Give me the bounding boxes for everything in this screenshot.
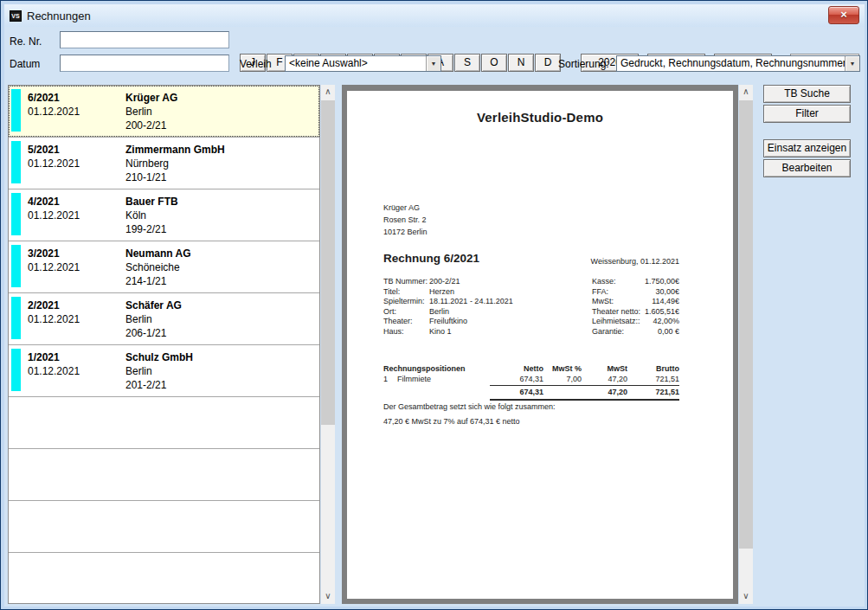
- detail-row: Ort:Berlin: [383, 307, 588, 318]
- tb-suche-button[interactable]: TB Suche: [763, 85, 851, 103]
- customer-name: Schäfer AG: [125, 299, 182, 311]
- status-marker: [11, 89, 21, 132]
- tb-number: 200-2/21: [125, 119, 166, 132]
- close-button[interactable]: ×: [828, 6, 859, 24]
- detail-row: FFA:30,00€: [592, 287, 679, 298]
- position-text: Filmmiete: [397, 375, 490, 385]
- invoice-list-item[interactable]: 1/202101.12.2021Schulz GmbHBerlin201-2/2…: [9, 345, 319, 397]
- total-value: 721,51: [627, 388, 679, 398]
- status-marker: [11, 297, 21, 339]
- app-icon: VS: [10, 10, 22, 22]
- total-value: 47,20: [582, 388, 627, 398]
- status-marker: [11, 349, 21, 391]
- list-scrollbar-thumb[interactable]: [321, 100, 335, 425]
- chevron-down-icon[interactable]: ▼: [426, 56, 440, 71]
- summary-line-2: 47,20 € MwSt zu 7% auf 674,31 € netto: [383, 417, 520, 426]
- details-left-column: TB Nummer:200-2/21Titel:HerzenSpieltermi…: [383, 277, 588, 337]
- detail-value: 200-2/21: [429, 277, 460, 286]
- scroll-down-icon[interactable]: ∨: [739, 589, 753, 604]
- scroll-down-icon[interactable]: ∨: [321, 589, 335, 604]
- detail-row: Spieltermin:18.11.2021 - 24.11.2021: [383, 297, 588, 307]
- positions-column-header: Netto: [490, 364, 543, 375]
- invoice-list-item[interactable]: 2/202101.12.2021Schäfer AGBerlin206-1/21: [9, 293, 319, 345]
- empty-list-row[interactable]: [9, 397, 319, 449]
- detail-value: 1.750,00€: [645, 277, 679, 286]
- empty-list-row[interactable]: [9, 553, 319, 604]
- invoice-list-item[interactable]: 6/202101.12.2021Krüger AGBerlin200-2/21: [9, 86, 319, 138]
- tb-number: 206-1/21: [125, 327, 166, 339]
- tb-number: 210-1/21: [125, 171, 166, 183]
- customer-name: Bauer FTB: [125, 196, 178, 208]
- list-scrollbar[interactable]: ∧ ∨: [321, 85, 335, 604]
- invoice-number: 2/2021: [28, 299, 60, 311]
- detail-value: 42,00%: [653, 317, 679, 325]
- customer-name: Krüger AG: [125, 92, 177, 104]
- total-value: [543, 388, 582, 398]
- detail-label: TB Nummer:: [383, 277, 429, 286]
- preview-scrollbar-thumb[interactable]: [739, 100, 753, 549]
- content-area: Re. Nr. Datum JFMAMJJASOND 202020212022 …: [4, 27, 865, 607]
- datum-input[interactable]: [60, 55, 229, 72]
- re-nr-input[interactable]: [60, 31, 229, 48]
- invoice-preview-pane: VerleihStudio-Demo Krüger AGRosen Str. 2…: [342, 85, 738, 604]
- month-button-10[interactable]: N: [508, 54, 534, 72]
- invoice-list-item[interactable]: 5/202101.12.2021Zimmermann GmbHNürnberg2…: [9, 138, 319, 189]
- month-button-9[interactable]: O: [481, 54, 507, 72]
- filter-button[interactable]: Filter: [763, 105, 851, 123]
- month-button-8[interactable]: S: [454, 54, 480, 72]
- chevron-down-icon[interactable]: ▼: [845, 56, 859, 71]
- preview-scrollbar[interactable]: ∧ ∨: [739, 85, 753, 604]
- einsatz-anzeigen-button[interactable]: Einsatz anzeigen: [763, 139, 851, 157]
- address-block: Krüger AGRosen Str. 210172 Berlin: [383, 202, 428, 238]
- empty-list-row[interactable]: [9, 501, 319, 553]
- invoice-list-item[interactable]: 4/202101.12.2021Bauer FTBKöln199-2/21: [9, 189, 319, 241]
- scroll-up-icon[interactable]: ∧: [321, 85, 335, 100]
- invoice-page: VerleihStudio-Demo Krüger AGRosen Str. 2…: [347, 91, 733, 599]
- detail-label: Kasse:: [592, 277, 616, 286]
- invoice-list-item[interactable]: 3/202101.12.2021Neumann AGSchöneiche214-…: [9, 241, 319, 293]
- invoice-number: 4/2021: [28, 196, 60, 208]
- detail-value: 18.11.2021 - 24.11.2021: [429, 297, 513, 305]
- invoice-number: 3/2021: [28, 247, 60, 260]
- detail-label: Ort:: [383, 307, 429, 316]
- position-value: 7,00: [543, 375, 582, 385]
- detail-value: Kino 1: [429, 327, 452, 336]
- details-right-column: Kasse:1.750,00€FFA:30,00€MwSt:114,49€The…: [592, 277, 679, 337]
- titlebar[interactable]: VS Rechnungen ×: [4, 4, 865, 27]
- verleih-combobox[interactable]: <keine Auswahl> ▼: [285, 55, 441, 72]
- detail-row: Kasse:1.750,00€: [592, 277, 679, 287]
- detail-row: Theater:Freiluftkino: [383, 317, 588, 327]
- detail-value: Freiluftkino: [429, 317, 467, 325]
- detail-label: Spieltermin:: [383, 297, 429, 305]
- positions-table: RechnungspositionenNettoMwSt %MwStBrutto…: [383, 364, 679, 402]
- place-date: Weissenburg, 01.12.2021: [383, 257, 679, 266]
- positions-column-header: MwSt: [582, 364, 627, 375]
- verleih-label: Verleih: [240, 58, 272, 70]
- scroll-up-icon[interactable]: ∧: [739, 85, 753, 100]
- invoice-date: 01.12.2021: [28, 365, 80, 377]
- detail-label: Haus:: [383, 327, 429, 336]
- customer-name: Schulz GmbH: [125, 351, 193, 363]
- invoice-date: 01.12.2021: [28, 261, 80, 273]
- status-marker: [11, 245, 21, 287]
- detail-label: Theater:: [383, 317, 429, 325]
- bearbeiten-button[interactable]: Bearbeiten: [763, 159, 851, 177]
- window-title: Rechnungen: [27, 10, 91, 22]
- detail-label: Leihmietsatz::: [592, 317, 640, 325]
- detail-label: MwSt:: [592, 297, 614, 305]
- rechnungen-window: VS Rechnungen × Re. Nr. Datum JFMAMJJASO…: [0, 0, 868, 610]
- detail-value: Berlin: [429, 307, 449, 316]
- detail-row: Haus:Kino 1: [383, 327, 588, 337]
- status-marker: [11, 193, 21, 235]
- invoice-date: 01.12.2021: [28, 106, 80, 118]
- detail-value: 114,49€: [652, 297, 679, 305]
- empty-list-row[interactable]: [9, 449, 319, 501]
- detail-row: Titel:Herzen: [383, 287, 588, 298]
- sortierung-combobox[interactable]: Gedruckt, Rechnungsdatum, Rechnungsnumme…: [616, 55, 860, 72]
- spacer: [397, 388, 490, 398]
- position-value: 47,20: [582, 375, 627, 385]
- positions-column-header: Brutto: [627, 364, 679, 375]
- month-button-11[interactable]: D: [535, 54, 561, 72]
- detail-label: Garantie:: [592, 327, 624, 336]
- detail-row: Leihmietsatz::42,00%: [592, 317, 679, 327]
